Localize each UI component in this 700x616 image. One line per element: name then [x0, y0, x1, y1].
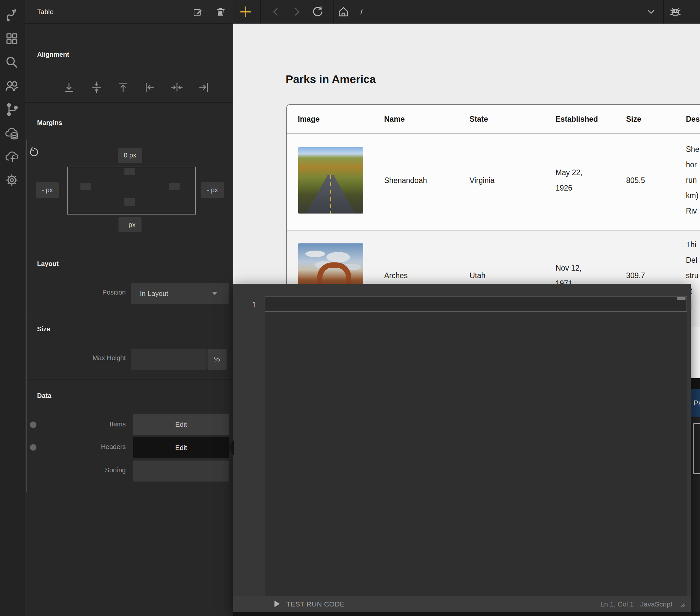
- align-bottom-icon[interactable]: [62, 80, 76, 94]
- debug-bug-icon[interactable]: [669, 5, 682, 18]
- divider: [25, 244, 233, 244]
- editor-scrollbar[interactable]: [677, 297, 686, 300]
- apps-grid-icon[interactable]: [3, 29, 21, 48]
- reset-margins-icon[interactable]: [28, 147, 39, 158]
- cell-description: hor: [686, 159, 697, 170]
- code-editor-current-line[interactable]: [265, 296, 687, 312]
- margin-handle-bottom[interactable]: [124, 198, 135, 206]
- edit-component-button[interactable]: [192, 6, 203, 18]
- data-section-title: Data: [37, 392, 51, 399]
- settings-gear-icon[interactable]: [3, 171, 21, 189]
- col-header-description[interactable]: Des: [686, 114, 700, 125]
- col-header-state[interactable]: State: [470, 114, 488, 125]
- code-editor-area[interactable]: [265, 296, 687, 596]
- sorting-label: Sorting: [79, 466, 126, 474]
- items-edit-button[interactable]: Edit: [133, 414, 229, 435]
- page-title: Parks in America: [286, 73, 515, 87]
- cell-name: Shenandoah: [384, 175, 427, 186]
- align-vertical-center-icon[interactable]: [89, 80, 104, 94]
- margin-handle-left[interactable]: [80, 183, 91, 190]
- cell-established: May 22,: [555, 167, 583, 178]
- panel-scrollbar[interactable]: [26, 139, 27, 492]
- margin-left-input[interactable]: - px: [36, 182, 59, 198]
- col-header-image[interactable]: Image: [298, 114, 320, 125]
- cell-state: Utah: [470, 270, 486, 281]
- position-select[interactable]: In Layout: [131, 283, 229, 304]
- resize-handle-icon[interactable]: [679, 602, 686, 608]
- preview-toolbar: /: [233, 0, 700, 24]
- size-section-title: Size: [37, 325, 50, 333]
- divider: [25, 23, 233, 24]
- forward-icon[interactable]: [290, 5, 303, 18]
- margin-top-input[interactable]: 0 px: [118, 147, 142, 163]
- align-top-icon[interactable]: [116, 80, 130, 94]
- divider: [333, 0, 334, 24]
- app-bottom-edge: [233, 612, 700, 616]
- divider: [25, 379, 233, 380]
- headers-label: Headers: [79, 443, 126, 451]
- margin-bottom-input[interactable]: - px: [118, 217, 141, 232]
- items-binding-dot[interactable]: [30, 422, 36, 428]
- cell-description: km): [686, 190, 698, 201]
- git-branch-icon[interactable]: [3, 100, 21, 118]
- cell-description: stru: [686, 270, 698, 281]
- test-run-code-button[interactable]: TEST RUN CODE: [286, 596, 345, 612]
- col-header-established[interactable]: Established: [555, 114, 598, 125]
- language-label: JavaScript: [640, 596, 683, 612]
- search-icon[interactable]: [3, 53, 21, 72]
- editor-footer-bar: TEST RUN CODE Ln 1, Col 1 JavaScript: [233, 596, 691, 612]
- align-left-icon[interactable]: [143, 80, 157, 94]
- cell-size: 805.5: [626, 175, 645, 186]
- headers-binding-dot[interactable]: [30, 444, 36, 451]
- cell-size: 309.7: [626, 270, 645, 281]
- cloud-function-icon[interactable]: [3, 147, 21, 166]
- add-page-button[interactable]: [239, 5, 252, 18]
- cell-state: Virginia: [470, 175, 495, 186]
- margin-right-input[interactable]: - px: [201, 182, 224, 198]
- margins-section-title: Margins: [37, 119, 62, 127]
- tree-bracket-icon: [693, 423, 700, 474]
- margin-handle-right[interactable]: [169, 183, 179, 190]
- state-tree-item-label: Pa: [693, 389, 700, 417]
- cell-established: Nov 12,: [555, 262, 582, 273]
- cell-description: Riv: [686, 205, 697, 217]
- cell-name: Arches: [384, 270, 408, 281]
- layout-section-title: Layout: [37, 260, 59, 268]
- component-title: Table: [37, 8, 53, 16]
- cell-description: run: [686, 175, 697, 185]
- max-height-input[interactable]: [131, 349, 207, 370]
- headers-edit-button[interactable]: Edit: [133, 437, 229, 458]
- popover-caret: [228, 440, 234, 455]
- align-right-icon[interactable]: [196, 80, 211, 94]
- cell-description: Del: [686, 255, 697, 266]
- chevron-down-icon[interactable]: [645, 5, 658, 18]
- page-path[interactable]: /: [357, 6, 366, 18]
- col-header-size[interactable]: Size: [626, 114, 641, 125]
- cloud-database-icon[interactable]: [3, 124, 21, 142]
- app-builder-window: Table Alignment: [0, 0, 700, 616]
- park-photo-shenandoah: [298, 147, 363, 214]
- cell-description: Thi: [686, 239, 696, 250]
- delete-component-button[interactable]: [215, 6, 227, 18]
- sorting-input[interactable]: [133, 461, 229, 482]
- col-header-name[interactable]: Name: [384, 114, 405, 125]
- home-icon[interactable]: [337, 5, 350, 18]
- divider: [25, 312, 233, 312]
- inspector-panel: Table Alignment: [25, 0, 233, 616]
- play-icon[interactable]: [274, 601, 280, 607]
- align-horizontal-center-icon[interactable]: [170, 80, 184, 94]
- max-height-unit: %: [208, 349, 227, 370]
- cell-description: She: [686, 144, 699, 155]
- users-icon[interactable]: [3, 77, 21, 95]
- back-icon[interactable]: [269, 5, 283, 18]
- divider: [287, 230, 700, 231]
- route-icon[interactable]: [3, 5, 21, 24]
- alignment-section-title: Alignment: [37, 51, 69, 59]
- divider: [663, 0, 664, 24]
- chevron-down-icon: [212, 292, 217, 295]
- cursor-position: Ln 1, Col 1: [568, 596, 634, 612]
- margin-handle-top[interactable]: [124, 168, 135, 175]
- refresh-icon[interactable]: [311, 5, 324, 18]
- items-label: Items: [79, 421, 126, 428]
- divider: [287, 133, 700, 134]
